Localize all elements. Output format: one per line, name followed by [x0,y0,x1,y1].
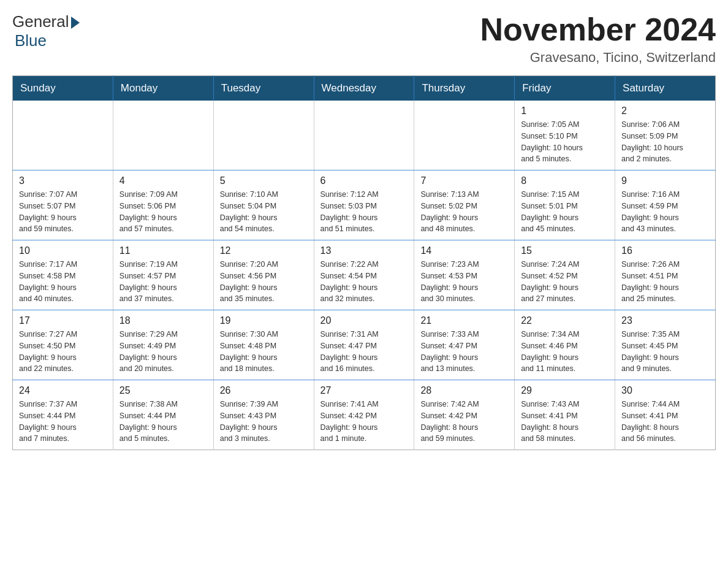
calendar-cell: 12Sunrise: 7:20 AM Sunset: 4:56 PM Dayli… [213,240,314,310]
weekday-header-thursday: Thursday [414,76,515,101]
day-info: Sunrise: 7:17 AM Sunset: 4:58 PM Dayligh… [19,259,107,305]
calendar-cell: 13Sunrise: 7:22 AM Sunset: 4:54 PM Dayli… [314,240,414,310]
day-info: Sunrise: 7:31 AM Sunset: 4:47 PM Dayligh… [320,329,408,375]
day-number: 7 [420,175,508,186]
calendar-cell: 26Sunrise: 7:39 AM Sunset: 4:43 PM Dayli… [213,380,314,450]
calendar-table: SundayMondayTuesdayWednesdayThursdayFrid… [12,75,716,450]
logo-arrow-icon [71,17,80,29]
day-number: 18 [119,315,207,326]
logo: General Blue [12,12,80,50]
day-number: 22 [521,315,609,326]
calendar-cell: 18Sunrise: 7:29 AM Sunset: 4:49 PM Dayli… [113,310,213,380]
calendar-cell: 29Sunrise: 7:43 AM Sunset: 4:41 PM Dayli… [515,380,615,450]
day-number: 19 [220,315,308,326]
day-info: Sunrise: 7:15 AM Sunset: 5:01 PM Dayligh… [521,189,609,235]
day-info: Sunrise: 7:30 AM Sunset: 4:48 PM Dayligh… [220,329,308,375]
day-number: 28 [420,385,508,396]
calendar-cell: 11Sunrise: 7:19 AM Sunset: 4:57 PM Dayli… [113,240,213,310]
weekday-header-monday: Monday [113,76,213,101]
calendar-cell [414,101,515,170]
day-info: Sunrise: 7:34 AM Sunset: 4:46 PM Dayligh… [521,329,609,375]
day-info: Sunrise: 7:07 AM Sunset: 5:07 PM Dayligh… [19,189,107,235]
day-number: 10 [19,245,107,256]
calendar-cell: 20Sunrise: 7:31 AM Sunset: 4:47 PM Dayli… [314,310,414,380]
calendar-cell: 4Sunrise: 7:09 AM Sunset: 5:06 PM Daylig… [113,170,213,240]
day-info: Sunrise: 7:37 AM Sunset: 4:44 PM Dayligh… [19,399,107,445]
day-info: Sunrise: 7:38 AM Sunset: 4:44 PM Dayligh… [119,399,207,445]
day-number: 20 [320,315,408,326]
title-section: November 2024 Gravesano, Ticino, Switzer… [480,12,716,66]
calendar-cell: 9Sunrise: 7:16 AM Sunset: 4:59 PM Daylig… [615,170,716,240]
calendar-cell: 6Sunrise: 7:12 AM Sunset: 5:03 PM Daylig… [314,170,414,240]
calendar-cell: 25Sunrise: 7:38 AM Sunset: 4:44 PM Dayli… [113,380,213,450]
calendar-week-row: 1Sunrise: 7:05 AM Sunset: 5:10 PM Daylig… [13,101,716,170]
day-info: Sunrise: 7:23 AM Sunset: 4:53 PM Dayligh… [420,259,508,305]
day-info: Sunrise: 7:19 AM Sunset: 4:57 PM Dayligh… [119,259,207,305]
calendar-cell: 14Sunrise: 7:23 AM Sunset: 4:53 PM Dayli… [414,240,515,310]
month-title: November 2024 [480,12,716,47]
logo-general-text: General [12,12,69,31]
weekday-header-wednesday: Wednesday [314,76,414,101]
day-info: Sunrise: 7:33 AM Sunset: 4:47 PM Dayligh… [420,329,508,375]
page-header: General Blue November 2024 Gravesano, Ti… [12,12,716,66]
day-info: Sunrise: 7:43 AM Sunset: 4:41 PM Dayligh… [521,399,609,445]
calendar-cell: 7Sunrise: 7:13 AM Sunset: 5:02 PM Daylig… [414,170,515,240]
day-number: 13 [320,245,408,256]
day-number: 6 [320,175,408,186]
day-number: 21 [420,315,508,326]
calendar-cell: 19Sunrise: 7:30 AM Sunset: 4:48 PM Dayli… [213,310,314,380]
calendar-cell: 21Sunrise: 7:33 AM Sunset: 4:47 PM Dayli… [414,310,515,380]
day-info: Sunrise: 7:44 AM Sunset: 4:41 PM Dayligh… [621,399,709,445]
day-number: 2 [621,105,709,117]
calendar-cell: 23Sunrise: 7:35 AM Sunset: 4:45 PM Dayli… [615,310,716,380]
day-number: 25 [119,385,207,396]
weekday-header-tuesday: Tuesday [213,76,314,101]
weekday-header-sunday: Sunday [13,76,113,101]
day-info: Sunrise: 7:42 AM Sunset: 4:42 PM Dayligh… [420,399,508,445]
day-info: Sunrise: 7:41 AM Sunset: 4:42 PM Dayligh… [320,399,408,445]
calendar-header-row: SundayMondayTuesdayWednesdayThursdayFrid… [13,76,716,101]
day-number: 29 [521,385,609,396]
day-number: 24 [19,385,107,396]
calendar-cell: 22Sunrise: 7:34 AM Sunset: 4:46 PM Dayli… [515,310,615,380]
calendar-cell: 15Sunrise: 7:24 AM Sunset: 4:52 PM Dayli… [515,240,615,310]
day-info: Sunrise: 7:27 AM Sunset: 4:50 PM Dayligh… [19,329,107,375]
day-number: 16 [621,245,709,256]
day-info: Sunrise: 7:10 AM Sunset: 5:04 PM Dayligh… [220,189,308,235]
calendar-cell: 10Sunrise: 7:17 AM Sunset: 4:58 PM Dayli… [13,240,113,310]
calendar-cell [113,101,213,170]
weekday-header-friday: Friday [515,76,615,101]
day-number: 8 [521,175,609,186]
day-info: Sunrise: 7:29 AM Sunset: 4:49 PM Dayligh… [119,329,207,375]
calendar-cell [314,101,414,170]
day-number: 11 [119,245,207,256]
calendar-week-row: 10Sunrise: 7:17 AM Sunset: 4:58 PM Dayli… [13,240,716,310]
calendar-cell: 27Sunrise: 7:41 AM Sunset: 4:42 PM Dayli… [314,380,414,450]
calendar-cell: 8Sunrise: 7:15 AM Sunset: 5:01 PM Daylig… [515,170,615,240]
day-number: 1 [521,105,609,117]
calendar-week-row: 24Sunrise: 7:37 AM Sunset: 4:44 PM Dayli… [13,380,716,450]
day-number: 4 [119,175,207,186]
calendar-cell [13,101,113,170]
calendar-cell: 17Sunrise: 7:27 AM Sunset: 4:50 PM Dayli… [13,310,113,380]
calendar-week-row: 3Sunrise: 7:07 AM Sunset: 5:07 PM Daylig… [13,170,716,240]
day-info: Sunrise: 7:35 AM Sunset: 4:45 PM Dayligh… [621,329,709,375]
day-info: Sunrise: 7:39 AM Sunset: 4:43 PM Dayligh… [220,399,308,445]
calendar-cell: 28Sunrise: 7:42 AM Sunset: 4:42 PM Dayli… [414,380,515,450]
weekday-header-saturday: Saturday [615,76,716,101]
calendar-week-row: 17Sunrise: 7:27 AM Sunset: 4:50 PM Dayli… [13,310,716,380]
day-info: Sunrise: 7:13 AM Sunset: 5:02 PM Dayligh… [420,189,508,235]
calendar-cell: 16Sunrise: 7:26 AM Sunset: 4:51 PM Dayli… [615,240,716,310]
logo-blue-text: Blue [15,31,47,50]
day-info: Sunrise: 7:05 AM Sunset: 5:10 PM Dayligh… [521,119,609,165]
day-number: 27 [320,385,408,396]
calendar-cell: 2Sunrise: 7:06 AM Sunset: 5:09 PM Daylig… [615,101,716,170]
day-number: 9 [621,175,709,186]
calendar-cell: 3Sunrise: 7:07 AM Sunset: 5:07 PM Daylig… [13,170,113,240]
location-text: Gravesano, Ticino, Switzerland [480,50,716,66]
day-info: Sunrise: 7:22 AM Sunset: 4:54 PM Dayligh… [320,259,408,305]
day-number: 23 [621,315,709,326]
calendar-cell: 1Sunrise: 7:05 AM Sunset: 5:10 PM Daylig… [515,101,615,170]
calendar-cell: 24Sunrise: 7:37 AM Sunset: 4:44 PM Dayli… [13,380,113,450]
day-info: Sunrise: 7:26 AM Sunset: 4:51 PM Dayligh… [621,259,709,305]
